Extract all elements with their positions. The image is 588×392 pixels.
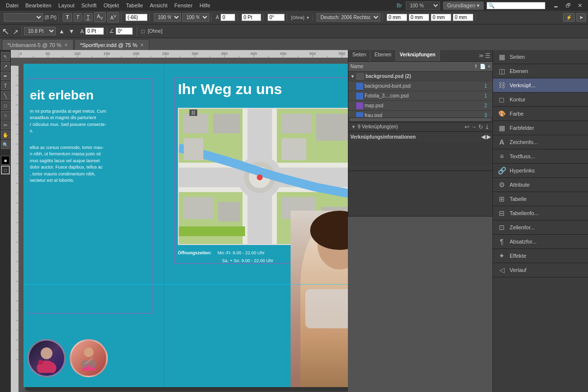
- stroke-color[interactable]: □: [1, 166, 10, 174]
- text-tool[interactable]: T: [1, 81, 10, 90]
- links-list[interactable]: ▼ background.psd (2) background-bunt.psd…: [348, 72, 492, 117]
- angle-input2[interactable]: [116, 27, 133, 35]
- menu-bearbeiten[interactable]: Bearbeiten: [23, 1, 54, 9]
- scale2-select[interactable]: 100 %: [182, 13, 209, 22]
- tab-seiten[interactable]: Seiten: [348, 50, 370, 61]
- lang-select[interactable]: Deutsch: 2006 Rechtschreib: [317, 13, 380, 22]
- hand-tool[interactable]: ✋: [1, 130, 10, 139]
- zoom-select[interactable]: 100 % 75 % 70 % 50 %: [406, 1, 440, 10]
- menu-schrift[interactable]: Schrift: [78, 1, 99, 9]
- ellipse-tool[interactable]: ○: [1, 111, 10, 120]
- section-tabelle-header[interactable]: ⊞ Tabelle: [493, 192, 588, 206]
- grundlagen-btn[interactable]: Grundlagen ▾: [443, 1, 484, 10]
- font-size-select[interactable]: 10.8 Pt: [24, 27, 56, 35]
- text-btn5[interactable]: AV: [107, 12, 119, 22]
- minimize-btn[interactable]: 🗕: [550, 1, 562, 9]
- menu-layout[interactable]: Layout: [55, 1, 77, 9]
- section-textfluss-header[interactable]: ≡ Textfluss...: [493, 149, 588, 163]
- section-absatzfor-header[interactable]: ¶ Absatzfor...: [493, 235, 588, 248]
- sort-icon[interactable]: ⇑: [474, 64, 478, 69]
- baseline-input[interactable]: [220, 14, 235, 21]
- section-verlauf-header[interactable]: ◁ Verlauf: [493, 263, 588, 277]
- line-tool[interactable]: ╲: [1, 91, 10, 100]
- fill-color[interactable]: ■: [1, 156, 10, 165]
- rect-tool[interactable]: □: [1, 101, 10, 110]
- font-select[interactable]: [4, 13, 43, 22]
- search-input[interactable]: [487, 2, 545, 9]
- section-zeichenfo-header[interactable]: A Zeichenfo...: [493, 135, 588, 149]
- superscript-input[interactable]: [85, 27, 104, 35]
- direct-select-icon[interactable]: ↗: [1, 62, 10, 71]
- section-farbfelder-header[interactable]: ▦ Farbfelder: [493, 121, 588, 135]
- tab-sportflyer[interactable]: *Sportflyer.indd @ 75 % ✕: [74, 39, 149, 50]
- tracking-input[interactable]: [125, 14, 147, 21]
- links-item-3[interactable]: map.psd 2: [348, 101, 492, 111]
- svg-rect-93: [184, 138, 203, 160]
- menu-objekt[interactable]: Objekt: [100, 1, 122, 9]
- section-verknupfungen-header[interactable]: ⛓ Verknüpf...: [493, 78, 588, 92]
- menu-fenster[interactable]: Fenster: [172, 1, 196, 9]
- color-label: [Ohne]: [147, 28, 162, 34]
- page-icon[interactable]: 📄: [480, 64, 486, 69]
- close-tab-sportflyer[interactable]: ✕: [140, 43, 144, 48]
- canvas-area[interactable]: 0 50 100 150 200 250: [11, 50, 348, 392]
- section-attribute-header[interactable]: ⚙ Attribute: [493, 178, 588, 192]
- direct-select-tool[interactable]: ↗: [13, 28, 19, 36]
- mm1-input[interactable]: [387, 14, 407, 21]
- menu-ansicht[interactable]: Ansicht: [147, 1, 171, 9]
- close-btn[interactable]: ✕: [575, 1, 585, 10]
- tab-ebenen[interactable]: Ebenen: [370, 50, 395, 61]
- arrow-btn[interactable]: ➤: [576, 13, 586, 22]
- italic-btn[interactable]: T: [74, 13, 82, 22]
- scale1-select[interactable]: 100 %: [154, 13, 181, 22]
- verknupfungen-icon: ⛓: [497, 80, 507, 90]
- links-group-header[interactable]: ▼ background.psd (2): [348, 72, 492, 81]
- section-hyperlinks-header[interactable]: 🔗 Hyperlinks: [493, 164, 588, 177]
- menu-tabelle[interactable]: Tabelle: [123, 1, 146, 9]
- relink-btn[interactable]: ↩: [465, 123, 469, 130]
- text-btn4[interactable]: AV: [94, 12, 106, 22]
- section-zellenfor-header[interactable]: ⊡ Zellenfor...: [493, 220, 588, 234]
- section-tabellenfo-header[interactable]: ⊟ Tabellenfо...: [493, 206, 588, 220]
- menu-hilfe[interactable]: Hilfe: [196, 1, 213, 9]
- links-item-2[interactable]: Fotolia_3....com.psd 1: [348, 91, 492, 101]
- folder-icon: [356, 73, 364, 80]
- mm4-input[interactable]: [453, 14, 473, 21]
- lightning-btn[interactable]: ⚡: [563, 13, 575, 22]
- bold-btn[interactable]: T: [63, 13, 72, 22]
- verk-next-btn[interactable]: ▶: [487, 134, 490, 140]
- maximize-btn[interactable]: 🗗: [563, 1, 574, 9]
- arrow-tool[interactable]: ↖: [2, 26, 9, 36]
- select-tool[interactable]: ↖: [1, 52, 10, 61]
- links-item-1[interactable]: background-bunt.psd 1: [348, 81, 492, 91]
- angle-input[interactable]: [268, 14, 285, 21]
- section-effekte-header[interactable]: ✦ Effekte: [493, 249, 588, 263]
- section-hyperlinks: 🔗 Hyperlinks: [493, 164, 588, 178]
- font-size-up[interactable]: ▲: [58, 28, 66, 35]
- panel-expand-btn[interactable]: ≫: [479, 53, 484, 58]
- update-btn[interactable]: ↻: [478, 123, 483, 130]
- char-scale-input[interactable]: [242, 14, 261, 21]
- embed-btn[interactable]: ⤓: [485, 123, 490, 130]
- font-size-display: (8 Pt): [45, 15, 56, 20]
- section-kontur-header[interactable]: ◻ Kontur: [493, 93, 588, 106]
- goto-btn[interactable]: →: [471, 123, 477, 130]
- tab-unbenannt[interactable]: *Unbenannt-5 @ 70 % ✕: [2, 39, 74, 50]
- section-farbe-header[interactable]: 🎨 Farbe: [493, 107, 588, 121]
- zoom-tool[interactable]: 🔍: [1, 140, 10, 149]
- links-item-4[interactable]: frau.psd 3: [348, 111, 492, 117]
- scissors-tool[interactable]: ✂: [1, 121, 10, 129]
- close-tab-unbenannt[interactable]: ✕: [64, 43, 68, 48]
- panel-menu-btn[interactable]: ☰: [485, 52, 490, 59]
- underline-btn[interactable]: T: [84, 13, 93, 22]
- add-icon[interactable]: +: [488, 64, 490, 69]
- verk-prev-btn[interactable]: ◀: [481, 134, 485, 140]
- mm2-input[interactable]: [409, 14, 429, 21]
- menu-datei[interactable]: Datei: [3, 1, 22, 9]
- mm3-input[interactable]: [431, 14, 451, 21]
- font-size-down[interactable]: ▼: [68, 28, 75, 35]
- section-seiten-header[interactable]: ▦ Seiten: [493, 50, 588, 64]
- pen-tool[interactable]: ✒: [1, 72, 10, 80]
- section-ebenen-header[interactable]: ◫ Ebenen: [493, 64, 588, 78]
- tab-verknupfungen[interactable]: Verknüpfungen: [396, 50, 440, 61]
